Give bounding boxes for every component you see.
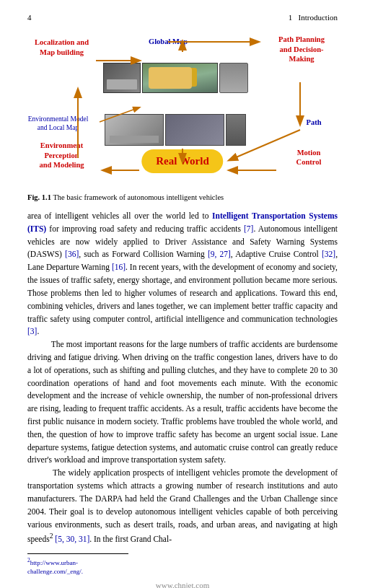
page-header: 4 1 Introduction xyxy=(27,13,338,22)
label-env-perception: EnvironmentPerceptionand Modeling xyxy=(27,141,96,170)
page-container: 4 1 Introduction Localization andMap bui… xyxy=(0,0,365,588)
footnote-text: 2http://www.urban-challenge.com/_eng/. xyxy=(27,559,83,575)
label-global-map: Global Map xyxy=(143,38,193,45)
paragraph-2: The most important reasons for the large… xyxy=(27,338,338,467)
img-top-left xyxy=(103,63,141,93)
center-images xyxy=(100,53,251,154)
footer-watermark: www.chnjet.com xyxy=(27,581,338,588)
fig-caption-text: The basic framework of autonomous intell… xyxy=(53,193,224,201)
label-path-planning: Path Planningand Decision-Making xyxy=(265,35,338,64)
figure-diagram: Localization andMap building Global Map … xyxy=(27,32,338,190)
footnote-area: 2http://www.urban-challenge.com/_eng/. xyxy=(27,553,128,575)
img-bottom-far xyxy=(226,114,246,146)
img-antenna xyxy=(219,63,248,93)
paragraph-1: area of intelligent vehicles all over th… xyxy=(27,210,338,338)
chapter-title: 1 Introduction xyxy=(289,13,338,22)
fig-label: Fig. 1.1 xyxy=(27,193,51,201)
paragraph-3: The widely application prospects of inte… xyxy=(27,467,338,546)
page-number: 4 xyxy=(27,13,32,22)
figure-caption: Fig. 1.1 The basic framework of autonomo… xyxy=(27,193,338,201)
label-localization: Localization andMap building xyxy=(27,38,96,57)
img-bottom-left xyxy=(105,114,164,146)
label-motion-control: MotionControl xyxy=(280,148,338,167)
label-path: Path xyxy=(296,118,332,126)
body-text: area of intelligent vehicles all over th… xyxy=(27,210,338,546)
figure-area: Localization andMap building Global Map … xyxy=(27,32,338,201)
img-car xyxy=(142,63,218,93)
label-env-model: Environmental Modeland Local Map xyxy=(27,115,89,133)
superscript-2: 2 xyxy=(50,532,53,540)
img-bottom-right xyxy=(165,114,224,146)
